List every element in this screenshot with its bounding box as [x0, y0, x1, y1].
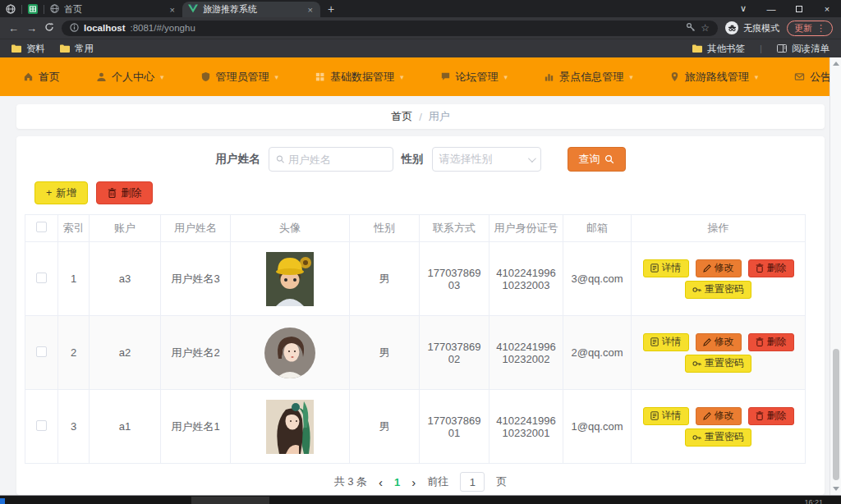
- edit-button[interactable]: 修改: [696, 259, 742, 277]
- prev-page-icon[interactable]: ‹: [379, 475, 383, 489]
- bookmark-folder-ziliao[interactable]: 资料: [11, 43, 45, 55]
- gender-select[interactable]: 请选择性别: [432, 147, 541, 172]
- incognito-icon: [725, 21, 738, 34]
- reading-list-button[interactable]: 阅读清单: [777, 43, 830, 55]
- query-button[interactable]: 查询: [568, 147, 626, 172]
- row-delete-button[interactable]: 删除: [748, 259, 794, 277]
- pagination: 共 3 条 ‹ 1 › 前往 页: [25, 471, 816, 493]
- row-delete-button[interactable]: 删除: [748, 333, 794, 351]
- shield-icon: [200, 71, 211, 82]
- header-id-number: 用户身份证号: [489, 215, 563, 242]
- new-tab-button[interactable]: +: [320, 2, 342, 17]
- header-avatar: 头像: [231, 215, 350, 242]
- os-taskbar: 16:21: [0, 495, 841, 504]
- scroll-up-icon[interactable]: [833, 62, 839, 66]
- close-window-icon[interactable]: ×: [813, 0, 841, 17]
- edit-button[interactable]: 修改: [696, 407, 742, 425]
- incognito-badge: 无痕模式: [725, 21, 779, 34]
- detail-button[interactable]: 详情: [643, 333, 689, 351]
- browser-tab-home[interactable]: 首页 ×: [44, 2, 182, 17]
- nav-item-personal-center[interactable]: 个人中心 ▾: [96, 57, 164, 96]
- address-bar[interactable]: localhost:8081/#/yonghu ☆: [62, 21, 718, 36]
- reset-password-button[interactable]: 重置密码: [685, 281, 751, 299]
- edit-button[interactable]: 修改: [696, 333, 742, 351]
- scroll-down-icon[interactable]: [833, 487, 839, 491]
- pagination-total: 共 3 条: [334, 474, 367, 489]
- password-key-icon[interactable]: [686, 22, 696, 34]
- pinned-tab-globe[interactable]: [0, 2, 21, 17]
- close-icon[interactable]: ×: [306, 5, 315, 15]
- main-card: 用户姓名 性别 请选择性别 查询 + 新增: [16, 136, 825, 495]
- chevron-down-icon: ▾: [504, 73, 508, 81]
- incognito-label: 无痕模式: [743, 22, 779, 34]
- avatar-image: [264, 328, 315, 378]
- back-icon[interactable]: ←: [8, 23, 19, 34]
- table-header-row: 索引 账户 用户姓名 头像 性别 联系方式 用户身份证号 邮箱 操作: [25, 215, 806, 242]
- detail-button[interactable]: 详情: [643, 407, 689, 425]
- reset-password-button[interactable]: 重置密码: [685, 355, 751, 373]
- tab-search-icon[interactable]: ∨: [729, 0, 757, 17]
- forward-icon[interactable]: →: [26, 23, 37, 34]
- url-path: :8081/#/yonghu: [130, 23, 195, 33]
- chevron-down-icon: ▾: [400, 73, 404, 81]
- username-input[interactable]: [269, 147, 393, 172]
- chevron-down-icon: [527, 154, 535, 163]
- document-icon: [650, 411, 659, 420]
- next-page-icon[interactable]: ›: [411, 475, 416, 489]
- browser-toolbar: ← → localhost:8081/#/yonghu ☆ 无痕模式 更新 ⋮: [0, 17, 841, 39]
- trash-icon: [108, 188, 117, 198]
- header-phone: 联系方式: [420, 215, 489, 242]
- trash-icon: [756, 263, 764, 273]
- bookmark-star-icon[interactable]: ☆: [701, 22, 710, 34]
- current-page[interactable]: 1: [394, 476, 400, 488]
- goto-page-input[interactable]: [460, 472, 485, 492]
- nav-item-base-data-management[interactable]: 基础数据管理 ▾: [315, 57, 404, 96]
- pencil-icon: [703, 412, 711, 420]
- plus-icon: +: [46, 187, 52, 199]
- scrollbar[interactable]: [830, 57, 841, 495]
- maximize-icon[interactable]: [785, 0, 813, 17]
- taskbar-app-icon[interactable]: [0, 498, 5, 504]
- row-delete-button[interactable]: 删除: [748, 407, 794, 425]
- info-icon[interactable]: [70, 23, 79, 34]
- breadcrumb-home[interactable]: 首页: [391, 109, 412, 124]
- update-button[interactable]: 更新 ⋮: [787, 21, 833, 36]
- table-toolbar: + 新增 删除: [25, 172, 816, 214]
- pinned-tab-sheets[interactable]: [22, 2, 44, 17]
- grid-icon: [315, 71, 325, 82]
- reading-list-icon: [777, 44, 787, 53]
- reset-password-button[interactable]: 重置密码: [685, 428, 751, 447]
- nav-item-scenic-info-management[interactable]: 景点信息管理 ▾: [544, 57, 633, 96]
- trash-icon: [756, 337, 764, 346]
- nav-item-route-management[interactable]: 旅游路线管理 ▾: [669, 57, 759, 96]
- row-checkbox[interactable]: [36, 420, 47, 431]
- delete-button[interactable]: 删除: [96, 181, 153, 204]
- window-controls: ∨ — ×: [729, 0, 841, 17]
- avatar-image: [266, 252, 314, 306]
- row-checkbox[interactable]: [36, 346, 47, 357]
- kebab-menu-icon[interactable]: ⋮: [816, 23, 825, 34]
- search-icon: [276, 154, 285, 164]
- header-index: 索引: [58, 215, 90, 242]
- breadcrumb-separator: /: [419, 111, 422, 123]
- users-table: 索引 账户 用户姓名 头像 性别 联系方式 用户身份证号 邮箱 操作: [25, 214, 806, 464]
- select-all-checkbox[interactable]: [36, 222, 47, 232]
- nav-item-admin-management[interactable]: 管理员管理 ▾: [200, 57, 279, 96]
- minimize-icon[interactable]: —: [757, 0, 785, 17]
- nav-item-forum-management[interactable]: 论坛管理 ▾: [440, 57, 508, 96]
- detail-button[interactable]: 详情: [643, 259, 689, 277]
- chevron-down-icon: ▾: [160, 73, 164, 81]
- header-username: 用户姓名: [161, 215, 231, 242]
- scrollbar-thumb[interactable]: [833, 349, 839, 480]
- pencil-icon: [703, 338, 711, 346]
- nav-item-home[interactable]: 首页: [23, 57, 60, 96]
- taskbar-app-button[interactable]: [191, 497, 269, 504]
- reload-icon[interactable]: [44, 22, 54, 34]
- other-bookmarks-button[interactable]: 其他书签: [692, 43, 745, 55]
- search-icon: [604, 154, 614, 164]
- add-button[interactable]: + 新增: [34, 181, 88, 204]
- close-icon[interactable]: ×: [168, 5, 177, 15]
- row-checkbox[interactable]: [36, 273, 47, 283]
- bookmark-folder-changyong[interactable]: 常用: [60, 43, 94, 55]
- browser-tab-app[interactable]: 旅游推荐系统 ×: [182, 2, 320, 17]
